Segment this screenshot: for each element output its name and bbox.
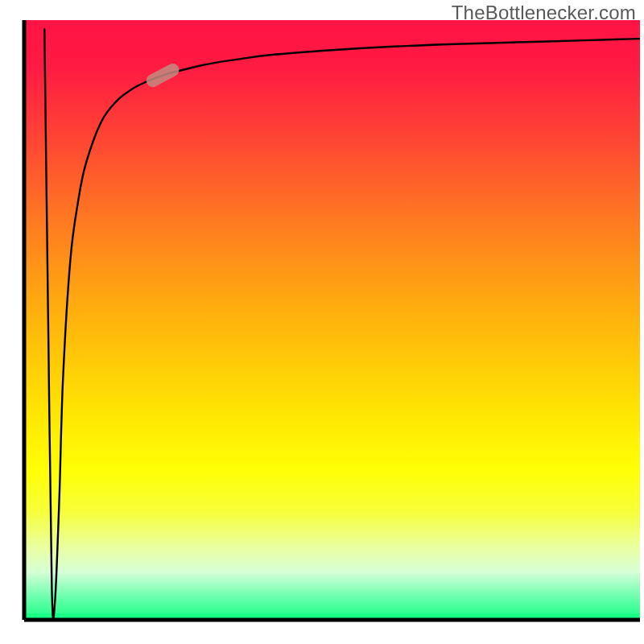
bottleneck-plot [0,0,644,644]
watermark-text: TheBottlenecker.com [452,2,636,24]
chart-stage: TheBottlenecker.com [0,0,644,644]
plot-background [24,20,640,620]
